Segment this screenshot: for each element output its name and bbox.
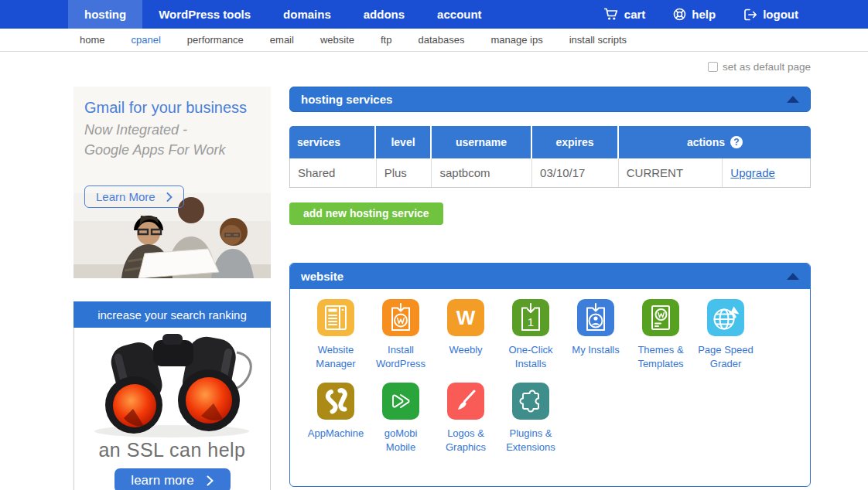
set-default-row: set as default page (289, 61, 811, 73)
subnav-item-performance[interactable]: performance (187, 34, 244, 46)
hosting-services-title: hosting services (301, 93, 392, 106)
app-label: One-Click Installs (498, 343, 563, 370)
app-appmachine[interactable]: AppMachine (303, 383, 368, 454)
top-nav-utilities: cart help logout (603, 0, 798, 29)
app-label: Website Manager (303, 343, 368, 370)
weebly-icon: W (447, 299, 484, 336)
col-header-services: services (289, 126, 376, 158)
chevron-right-icon (166, 192, 173, 202)
cell-level: Plus (377, 158, 432, 187)
col-header-expires: expires (532, 126, 619, 158)
table-header-row: services level username expires actions (289, 126, 811, 158)
app-label: Install WordPress (368, 343, 433, 370)
ssl-learn-more-button[interactable]: learn more (114, 468, 231, 490)
app-themes-templates[interactable]: Themes & Templates (628, 299, 693, 370)
binoculars-image (85, 329, 259, 439)
app-my-installs[interactable]: My Installs (563, 299, 628, 370)
subnav-item-databases[interactable]: databases (418, 34, 464, 46)
logos-graphics-icon (447, 383, 484, 420)
tab-account[interactable]: account (421, 0, 498, 29)
actions-label: actions (687, 136, 725, 148)
page: hosting WordPress tools domains addons a… (0, 0, 868, 490)
col-header-level: level (376, 126, 432, 158)
collapse-arrow-icon[interactable] (787, 273, 799, 280)
website-apps-grid: Website Manager Install WordPress W Weeb… (290, 289, 810, 466)
gmail-ad[interactable]: Gmail for your business Now Integrated -… (73, 87, 271, 278)
app-one-click-installs[interactable]: 1 One-Click Installs (498, 299, 563, 370)
app-gomobi-mobile[interactable]: goMobi Mobile (368, 383, 433, 454)
gmail-ad-subtitle: Now Integrated - Google Apps For Work (84, 120, 271, 160)
website-panel-header: website (290, 264, 810, 289)
page-speed-grader-icon (707, 299, 744, 336)
app-label: Weebly (433, 343, 498, 357)
gmail-ad-title: Gmail for your business (84, 99, 271, 117)
app-page-speed-grader[interactable]: Page Speed Grader (693, 299, 758, 370)
app-weebly[interactable]: W Weebly (433, 299, 498, 370)
app-install-wordpress[interactable]: Install WordPress (368, 299, 433, 370)
subnav-item-email[interactable]: email (270, 34, 294, 46)
cell-expires: 03/10/17 (532, 158, 619, 187)
plugins-extensions-icon (512, 383, 549, 420)
subnav-item-install-scripts[interactable]: install scripts (569, 34, 627, 46)
app-label: Themes & Templates (628, 343, 693, 370)
app-website-manager[interactable]: Website Manager (303, 299, 368, 370)
appmachine-icon (317, 383, 354, 420)
cell-status: CURRENT (619, 158, 723, 187)
subnav-item-cpanel[interactable]: cpanel (132, 34, 161, 46)
themes-templates-icon (642, 299, 679, 336)
tab-wordpress-tools[interactable]: WordPress tools (142, 0, 267, 29)
cell-username: saptbcom (432, 158, 532, 187)
app-label: Plugins & Extensions (498, 427, 563, 454)
svg-text:1: 1 (528, 315, 534, 328)
add-hosting-service-button[interactable]: add new hosting service (289, 202, 443, 225)
set-default-label: set as default page (723, 61, 811, 73)
app-plugins-extensions[interactable]: Plugins & Extensions (498, 383, 563, 454)
help-question-icon[interactable] (730, 136, 743, 148)
one-click-installs-icon: 1 (512, 299, 549, 336)
subnav-item-ftp[interactable]: ftp (381, 34, 391, 46)
app-logos-graphics[interactable]: Logos & Graphics (433, 383, 498, 454)
chevron-right-icon (207, 475, 214, 486)
website-panel-title: website (301, 270, 343, 283)
help-icon (673, 8, 686, 21)
collapse-arrow-icon[interactable] (787, 96, 799, 103)
cell-services: Shared (290, 158, 377, 187)
logout-button[interactable]: logout (743, 8, 798, 21)
app-label: My Installs (563, 343, 628, 357)
tab-hosting[interactable]: hosting (68, 0, 142, 29)
install-wordpress-icon (382, 299, 419, 336)
table-row: Shared Plus saptbcom 03/10/17 CURRENT Up… (289, 158, 811, 188)
gomobi-mobile-icon (382, 383, 419, 420)
tab-domains[interactable]: domains (267, 0, 347, 29)
cart-button[interactable]: cart (603, 8, 646, 21)
subnav-item-home[interactable]: home (80, 34, 105, 46)
hosting-services-panel-header: hosting services (289, 87, 811, 112)
gmail-learn-more-label: Learn More (96, 190, 155, 203)
help-label: help (692, 8, 716, 21)
app-label: Logos & Graphics (433, 427, 498, 454)
svg-text:W: W (456, 306, 476, 329)
ssl-ad-header: increase your search ranking (73, 301, 271, 328)
set-default-checkbox[interactable] (708, 62, 718, 72)
website-panel: website Website Manager Install WordPres… (289, 263, 811, 487)
ssl-learn-more-label: learn more (131, 473, 193, 488)
top-nav: hosting WordPress tools domains addons a… (0, 0, 868, 29)
hosting-services-table: services level username expires actions … (289, 126, 811, 188)
help-button[interactable]: help (673, 8, 716, 21)
app-label: goMobi Mobile (368, 427, 433, 454)
website-manager-icon (317, 299, 354, 336)
tab-addons[interactable]: addons (347, 0, 421, 29)
subnav-item-manage-ips[interactable]: manage ips (490, 34, 542, 46)
cell-action: Upgrade (723, 158, 810, 187)
app-label: Page Speed Grader (693, 343, 758, 370)
logout-label: logout (763, 8, 798, 21)
app-label: AppMachine (303, 427, 368, 441)
subnav-item-website[interactable]: website (320, 34, 354, 46)
cart-icon (603, 8, 619, 21)
gmail-learn-more-button[interactable]: Learn More (84, 185, 184, 208)
col-header-username: username (432, 126, 532, 158)
upgrade-link[interactable]: Upgrade (730, 166, 775, 179)
gmail-ad-subtitle-line1: Now Integrated - (84, 122, 187, 138)
logout-icon (743, 9, 757, 21)
ssl-ad[interactable]: increase your search ranking (73, 301, 271, 490)
